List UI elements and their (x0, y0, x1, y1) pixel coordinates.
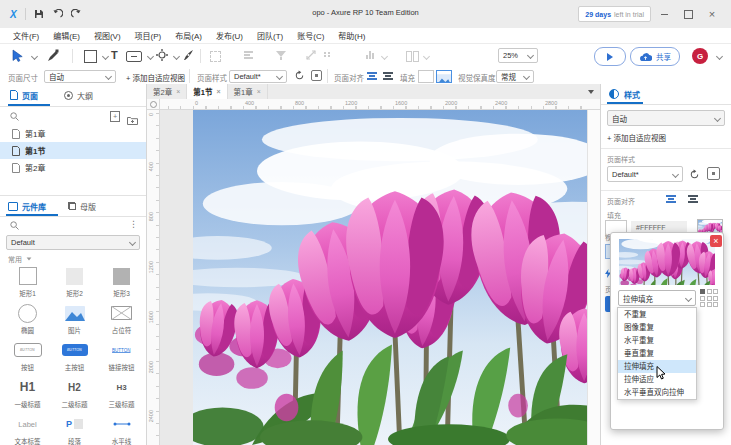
share-button[interactable]: 共享 (630, 47, 680, 66)
menu-project[interactable]: 项目(P) (128, 30, 169, 41)
popup-close-icon[interactable]: × (710, 235, 722, 247)
menu-team[interactable]: 团队(T) (250, 30, 290, 41)
chart-icon[interactable] (366, 51, 374, 59)
distribute-icon[interactable] (276, 51, 286, 60)
fill-image-icon[interactable] (436, 70, 452, 83)
tab-masters[interactable]: 母版 (68, 201, 96, 212)
style-manage-icon[interactable] (311, 70, 322, 81)
grid-dots-icon[interactable] (324, 52, 331, 57)
maximize-button[interactable] (677, 7, 699, 21)
chevron-down-icon[interactable] (102, 53, 109, 60)
zoom-select[interactable]: 25% (498, 48, 538, 63)
search-icon[interactable] (10, 107, 19, 125)
image-align-grid[interactable] (700, 289, 718, 307)
style-update-icon[interactable] (689, 169, 700, 180)
align-horizontal-center-icon[interactable] (366, 71, 378, 81)
widget-rect2[interactable]: 矩形2 (51, 266, 98, 303)
widget-h1[interactable]: H1一级标题 (4, 377, 51, 414)
tab-style[interactable]: 样式 (624, 89, 640, 100)
widget-primary-button[interactable]: BUTTON主按钮 (51, 340, 98, 377)
select-tool[interactable] (12, 49, 23, 62)
style-manage-icon[interactable] (707, 167, 720, 180)
page-item[interactable]: 第2章 (0, 159, 146, 176)
page-item[interactable]: 第1章 (0, 125, 146, 142)
align-icon[interactable] (244, 51, 253, 59)
add-adaptive-view-button[interactable]: + 添加自适应视图 (126, 72, 185, 83)
widget-rect1[interactable]: 矩形1 (4, 266, 51, 303)
widget-button[interactable]: BUTTON按钮 (4, 340, 51, 377)
page-item-selected[interactable]: 第1节 (0, 142, 146, 159)
canvas-image-widget[interactable] (193, 110, 587, 445)
rectangle-tool[interactable] (84, 50, 97, 63)
chevron-down-icon[interactable] (173, 53, 180, 60)
connector-tool[interactable] (46, 49, 59, 62)
widget-group-label[interactable]: 常用 (8, 254, 22, 264)
add-page-icon[interactable]: + (110, 111, 120, 122)
align-horizontal-center-icon[interactable] (665, 194, 677, 204)
widget-rect3[interactable]: 矩形3 (98, 266, 145, 303)
menu-option[interactable]: 不重复 (618, 308, 696, 321)
doc-tab[interactable]: 第2章× (147, 84, 187, 99)
style-update-icon[interactable] (294, 70, 305, 81)
menu-option[interactable]: 水平重复 (618, 334, 696, 347)
search-icon[interactable] (10, 216, 19, 234)
library-select[interactable]: Default (6, 235, 140, 250)
menu-edit[interactable]: 编辑(E) (46, 30, 87, 41)
widget-h2[interactable]: H2二级标题 (51, 377, 98, 414)
canvas-viewport[interactable] (160, 110, 587, 445)
close-tab-icon[interactable]: × (176, 88, 180, 95)
widget-hline[interactable]: 水平线 (98, 414, 145, 445)
align-vertical-center-icon[interactable] (687, 194, 699, 204)
collapse-icon[interactable] (27, 257, 32, 260)
menu-help[interactable]: 帮助(H) (331, 30, 372, 41)
widget-h3[interactable]: H3三级标题 (98, 377, 145, 414)
menu-account[interactable]: 账号(C) (290, 30, 331, 41)
chevron-down-icon[interactable] (423, 53, 430, 60)
widget-ellipse[interactable]: 椭圆 (4, 303, 51, 340)
menu-publish[interactable]: 发布(U) (209, 30, 250, 41)
align-vertical-center-icon[interactable] (382, 71, 394, 81)
kebab-menu-icon[interactable]: ⋮ (129, 219, 138, 229)
columns-icon[interactable] (406, 51, 419, 62)
widget-label[interactable]: Label文本标签 (4, 414, 51, 445)
canvas-scrollbar[interactable] (587, 110, 600, 445)
menu-option[interactable]: 图像重复 (618, 321, 696, 334)
widget-link-button[interactable]: BUTTON链接按钮 (98, 340, 145, 377)
minimize-button[interactable] (653, 7, 675, 21)
chevron-down-icon[interactable] (381, 53, 388, 60)
close-tab-icon[interactable]: × (257, 88, 261, 95)
menu-arrange[interactable]: 布局(A) (168, 30, 209, 41)
tab-list-icon[interactable] (588, 90, 594, 94)
page-style-select[interactable]: Default* (607, 166, 683, 182)
shapes-tool[interactable] (156, 49, 168, 61)
add-folder-icon[interactable] (127, 111, 138, 129)
menu-option[interactable]: 垂直重复 (618, 347, 696, 360)
fill-color-swatch[interactable] (418, 70, 434, 83)
page-size-select[interactable]: 自动 (44, 70, 116, 83)
chevron-down-icon[interactable] (31, 53, 38, 60)
menu-file[interactable]: 文件(F) (6, 30, 46, 41)
tab-library[interactable]: 元件库 (8, 201, 46, 212)
fidelity-select[interactable]: 常规 (496, 70, 534, 83)
close-button[interactable]: × (701, 7, 723, 21)
pen-tool[interactable] (182, 49, 194, 61)
add-adaptive-view-link[interactable]: + 添加自适应视图 (607, 132, 666, 143)
chevron-down-icon[interactable] (147, 53, 154, 60)
fill-mode-select[interactable]: 拉伸填充 (618, 290, 696, 306)
avatar[interactable]: G (692, 48, 708, 64)
ruler-origin[interactable] (147, 99, 160, 110)
menu-view[interactable]: 视图(V) (87, 30, 128, 41)
button-widget-tool[interactable] (126, 51, 142, 62)
adaptive-view-select[interactable]: 自动 (607, 110, 725, 126)
widget-image[interactable]: 图片 (51, 303, 98, 340)
tab-outline[interactable]: 大纲 (64, 90, 93, 101)
tab-pages[interactable]: 页面 (10, 90, 38, 101)
expand-icon[interactable] (306, 50, 316, 60)
widget-placeholder[interactable]: 占位符 (98, 303, 145, 340)
chevron-down-icon[interactable] (716, 53, 723, 60)
text-tool[interactable]: T (111, 49, 118, 61)
widget-paragraph[interactable]: P段落 (51, 414, 98, 445)
doc-tab[interactable]: 第1章× (228, 84, 268, 99)
doc-tab-active[interactable]: 第1节× (187, 84, 227, 99)
page-style-select[interactable]: Default* (229, 70, 287, 83)
